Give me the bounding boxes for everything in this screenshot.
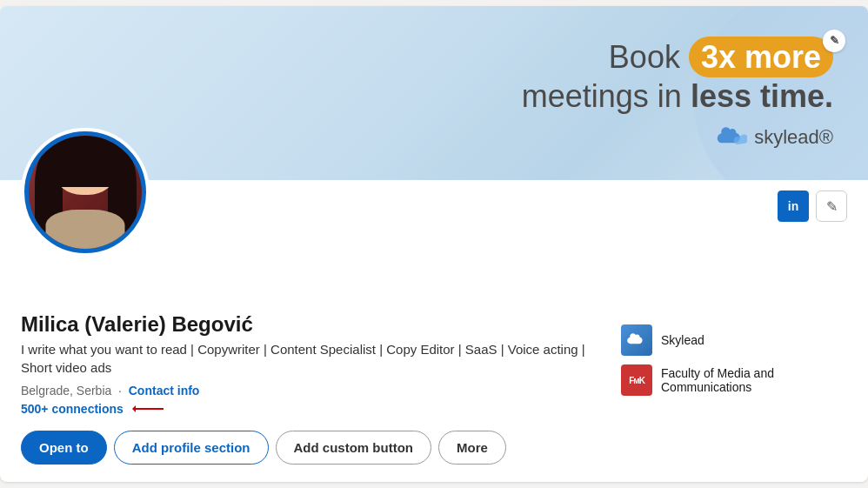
- edit-profile-button[interactable]: ✎: [816, 191, 847, 222]
- svg-marker-1: [132, 405, 136, 412]
- arrow-indicator: [132, 401, 167, 417]
- connections-row: 500+ connections: [21, 401, 600, 417]
- add-profile-section-button[interactable]: Add profile section: [114, 431, 269, 465]
- fmk-company-logo: FмK: [621, 364, 652, 396]
- open-to-button[interactable]: Open to: [21, 431, 107, 465]
- linkedin-icon-button[interactable]: in: [778, 191, 809, 222]
- profile-right: Skylead FмK Faculty of Media and Communi…: [621, 236, 847, 465]
- skylead-cloud-icon: [716, 125, 747, 150]
- profile-name: Milica (Valerie) Begović: [21, 312, 600, 337]
- connections-link[interactable]: 500+ connections: [21, 402, 124, 416]
- fmk-company-name: Faculty of Media and Communications: [661, 366, 847, 394]
- profile-left: Milica (Valerie) Begović I write what yo…: [21, 236, 600, 465]
- avatar-ring: [21, 128, 150, 257]
- avatar-wrapper: [21, 128, 150, 257]
- profile-headline: I write what you want to read | Copywrit…: [21, 340, 600, 377]
- profile-body: in ✎ Milica (Valerie) Begović I write wh…: [0, 180, 868, 482]
- skylead-company-name: Skylead: [661, 333, 704, 347]
- skylead-brand: skylead®: [754, 126, 833, 149]
- skylead-company-logo: [621, 324, 652, 356]
- arrow-icon: [132, 401, 167, 417]
- company-item-skylead: Skylead: [621, 324, 847, 356]
- contact-info-link[interactable]: Contact info: [129, 384, 200, 398]
- banner-highlight: 3x more ✎: [689, 37, 833, 77]
- skylead-logo: skylead®: [522, 125, 833, 150]
- profile-buttons: Open to Add profile section Add custom b…: [21, 431, 600, 465]
- profile-info: Milica (Valerie) Begović I write what yo…: [21, 222, 847, 465]
- banner-headline-line1: Book 3x more ✎: [522, 37, 833, 77]
- skylead-logo-icon: [626, 331, 647, 349]
- more-button[interactable]: More: [438, 431, 506, 465]
- profile-card: Book 3x more ✎ meetings in less time. sk…: [0, 6, 868, 482]
- banner-headline-line2: meetings in less time.: [522, 77, 833, 115]
- company-item-fmk: FмK Faculty of Media and Communications: [621, 364, 847, 396]
- banner-text-book: Book: [609, 39, 689, 75]
- avatar-bangs: [57, 144, 114, 164]
- pencil-icon[interactable]: ✎: [823, 30, 845, 52]
- avatar: [29, 136, 142, 249]
- profile-location: Belgrade, Serbia · Contact info: [21, 384, 600, 398]
- avatar-person: [29, 136, 142, 249]
- banner-text: Book 3x more ✎ meetings in less time. sk…: [522, 37, 833, 150]
- avatar-body: [46, 210, 125, 250]
- add-custom-button-button[interactable]: Add custom button: [276, 431, 431, 465]
